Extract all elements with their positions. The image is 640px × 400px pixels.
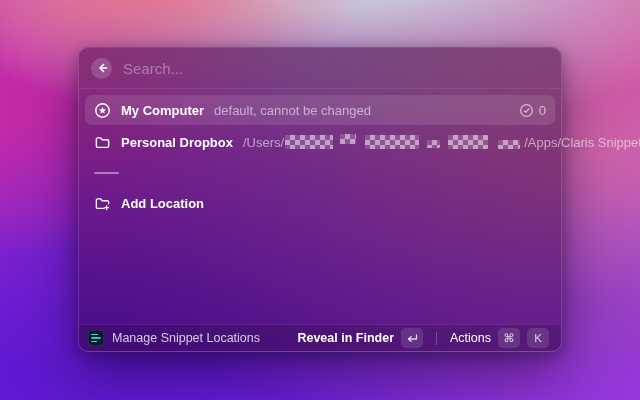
redacted-path-segment [498,140,520,149]
raycast-window: My Computer default, cannot be changed 0 [78,47,562,352]
star-circle-icon [94,102,111,119]
redacted-path-segment [365,135,419,149]
list-item-add-location[interactable]: Add Location [85,188,555,218]
reveal-in-finder-button[interactable]: Reveal in Finder [294,326,426,350]
primary-action-label: Reveal in Finder [297,331,394,345]
folder-icon [94,134,111,151]
redacted-path-segment [340,134,356,144]
location-subtitle: default, cannot be changed [214,103,371,118]
back-button[interactable] [91,58,112,79]
snippet-count-badge: 0 [519,103,546,118]
command-key-icon: ⌘ [498,328,520,348]
actions-button[interactable]: Actions ⌘ K [447,326,552,350]
search-bar [79,48,561,89]
snippet-count: 0 [539,103,546,118]
redacted-path-segment [285,135,333,149]
path-suffix: /Apps/Claris Snippets/ [524,135,640,150]
redacted-path-segment [427,140,440,148]
back-arrow-icon [96,62,108,74]
return-key-icon [401,328,423,348]
k-key: K [527,328,549,348]
path-prefix: /Users/ [243,135,284,150]
list-item-my-computer[interactable]: My Computer default, cannot be changed 0 [85,95,555,125]
command-title: Manage Snippet Locations [112,331,260,345]
extension-icon [88,330,104,346]
search-input[interactable] [123,60,549,77]
footer-bar: Manage Snippet Locations Reveal in Finde… [79,324,561,351]
locations-list: My Computer default, cannot be changed 0 [79,89,561,324]
redacted-path-segment [448,135,488,149]
command-label: Add Location [121,196,204,211]
check-circle-icon [519,103,534,118]
location-path: /Users/ /Apps/Claris Snippets/ [243,135,640,150]
folder-plus-icon [94,195,111,212]
location-title: My Computer [121,103,204,118]
list-item-personal-dropbox[interactable]: Personal Dropbox /Users/ /Apps/Claris Sn… [85,127,555,157]
secondary-action-label: Actions [450,331,491,345]
location-title: Personal Dropbox [121,135,233,150]
section-divider [94,172,119,174]
footer-actions: Reveal in Finder Actions ⌘ K [294,326,552,350]
footer-divider [436,332,437,345]
